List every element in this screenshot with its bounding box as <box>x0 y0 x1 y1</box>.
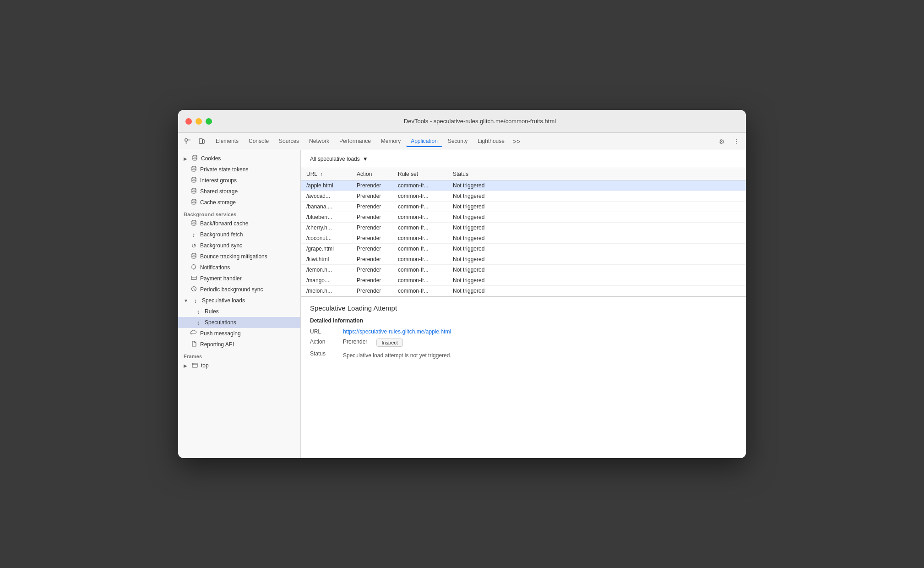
sidebar-item-backforward-cache[interactable]: Back/forward cache <box>178 218 300 229</box>
sidebar-item-push-messaging[interactable]: Push messaging <box>178 328 300 339</box>
table-row[interactable]: /coconut... Prerender common-fr... Not t… <box>301 233 746 244</box>
sidebar-section-background-services: Background services <box>178 208 300 218</box>
cell-url: /mango.... <box>301 275 351 286</box>
db-icon-7 <box>190 253 197 260</box>
sidebar-item-speculative-loads[interactable]: ▼ ↕ Speculative loads <box>178 295 300 306</box>
sidebar-item-payment-handler[interactable]: Payment handler <box>178 273 300 284</box>
sidebar-item-reporting-api[interactable]: Reporting API <box>178 339 300 350</box>
sidebar-label-push-messaging: Push messaging <box>200 330 241 337</box>
sidebar-item-frames-top[interactable]: ▶ top <box>178 360 300 371</box>
tab-security[interactable]: Security <box>443 136 472 147</box>
more-options-button[interactable]: ⋮ <box>730 136 742 147</box>
table-header-row: URL ↑ Action Rule set Status <box>301 168 746 180</box>
frame-icon <box>191 362 198 369</box>
db-icon-6 <box>190 220 197 227</box>
toolbar-icons <box>182 136 207 147</box>
cell-action: Prerender <box>351 233 392 244</box>
db-icon <box>191 155 198 162</box>
detail-panel-title: Speculative Loading Attempt <box>310 304 737 312</box>
sidebar-label-private-state-tokens: Private state tokens <box>200 166 248 173</box>
sidebar-item-cookies[interactable]: ▶ Cookies <box>178 153 300 164</box>
table-row[interactable]: /blueberr... Prerender common-fr... Not … <box>301 212 746 223</box>
table-row[interactable]: /banana.... Prerender common-fr... Not t… <box>301 202 746 212</box>
cell-status: Not triggered <box>447 202 746 212</box>
svg-point-8 <box>192 177 196 179</box>
detail-url-label: URL <box>310 328 337 335</box>
svg-point-10 <box>192 199 196 201</box>
maximize-button[interactable] <box>206 118 212 125</box>
tab-console[interactable]: Console <box>244 136 273 147</box>
table-row[interactable]: /grape.html Prerender common-fr... Not t… <box>301 244 746 254</box>
sidebar-item-periodic-background-sync[interactable]: Periodic background sync <box>178 284 300 295</box>
detail-url-row: URL https://speculative-rules.glitch.me/… <box>310 328 737 335</box>
detail-status-row: Status Speculative load attempt is not y… <box>310 350 737 359</box>
col-header-ruleset[interactable]: Rule set <box>392 168 447 180</box>
cell-action: Prerender <box>351 254 392 265</box>
sidebar-label-speculations: Speculations <box>205 319 236 326</box>
cell-url: /cherry.h... <box>301 223 351 233</box>
sidebar-item-background-fetch[interactable]: ↕ Background fetch <box>178 229 300 240</box>
table-row[interactable]: /cherry.h... Prerender common-fr... Not … <box>301 223 746 233</box>
cell-ruleset: common-fr... <box>392 244 447 254</box>
svg-rect-3 <box>199 139 202 143</box>
col-header-status[interactable]: Status <box>447 168 746 180</box>
cell-action: Prerender <box>351 275 392 286</box>
speculative-loads-filter-dropdown[interactable]: All speculative loads ▼ <box>306 154 372 164</box>
detail-url-link[interactable]: https://speculative-rules.glitch.me/appl… <box>343 328 451 335</box>
table-row[interactable]: /apple.html Prerender common-fr... Not t… <box>301 180 746 191</box>
tab-network[interactable]: Network <box>304 136 334 147</box>
cell-action: Prerender <box>351 180 392 191</box>
tab-lighthouse[interactable]: Lighthouse <box>473 136 509 147</box>
sidebar-item-private-state-tokens[interactable]: Private state tokens <box>178 164 300 175</box>
col-header-url[interactable]: URL ↑ <box>301 168 351 180</box>
table-row[interactable]: /lemon.h... Prerender common-fr... Not t… <box>301 265 746 275</box>
sidebar-item-background-sync[interactable]: ↺ Background sync <box>178 240 300 251</box>
sidebar-section-frames: Frames <box>178 350 300 360</box>
sidebar-label-rules: Rules <box>205 308 219 315</box>
col-header-action[interactable]: Action <box>351 168 392 180</box>
settings-button[interactable]: ⚙ <box>716 136 728 147</box>
svg-point-11 <box>192 220 196 222</box>
cell-action: Prerender <box>351 265 392 275</box>
close-button[interactable] <box>185 118 192 125</box>
table-row[interactable]: /melon.h... Prerender common-fr... Not t… <box>301 286 746 296</box>
sidebar-item-bounce-tracking[interactable]: Bounce tracking mitigations <box>178 251 300 262</box>
tab-sources[interactable]: Sources <box>274 136 304 147</box>
inspect-button[interactable]: Inspect <box>376 339 402 347</box>
chevron-right-icon: ▶ <box>184 156 187 161</box>
sidebar-item-speculations[interactable]: ↕ Speculations <box>178 317 300 328</box>
device-toolbar-button[interactable] <box>196 136 207 147</box>
table-row[interactable]: /avocad... Prerender common-fr... Not tr… <box>301 191 746 202</box>
tab-memory[interactable]: Memory <box>376 136 405 147</box>
cell-ruleset: common-fr... <box>392 180 447 191</box>
sidebar-label-notifications: Notifications <box>200 264 230 271</box>
sidebar-item-rules[interactable]: ↕ Rules <box>178 306 300 317</box>
window-controls <box>185 118 212 125</box>
tab-application[interactable]: Application <box>406 136 442 147</box>
cell-status: Not triggered <box>447 265 746 275</box>
table-row[interactable]: /mango.... Prerender common-fr... Not tr… <box>301 275 746 286</box>
sidebar-item-shared-storage[interactable]: Shared storage <box>178 186 300 197</box>
inspect-element-button[interactable] <box>182 136 194 147</box>
cell-status: Not triggered <box>447 244 746 254</box>
table-row[interactable]: /kiwi.html Prerender common-fr... Not tr… <box>301 254 746 265</box>
tab-elements[interactable]: Elements <box>211 136 243 147</box>
sidebar-item-interest-groups[interactable]: Interest groups <box>178 175 300 186</box>
arrows-ud-icon-2: ↕ <box>192 297 199 304</box>
minimize-button[interactable] <box>196 118 202 125</box>
cell-status: Not triggered <box>447 254 746 265</box>
db-icon-5 <box>190 199 197 206</box>
sidebar-label-payment-handler: Payment handler <box>200 275 242 282</box>
cell-url: /blueberr... <box>301 212 351 223</box>
chevron-down-icon-2: ▼ <box>363 156 368 162</box>
tab-performance[interactable]: Performance <box>335 136 375 147</box>
more-tabs-button[interactable]: >> <box>510 136 523 147</box>
sidebar-item-cache-storage[interactable]: Cache storage <box>178 197 300 208</box>
tabs-bar: Elements Console Sources Network Perform… <box>178 133 746 150</box>
sidebar-label-bounce-tracking: Bounce tracking mitigations <box>200 253 267 260</box>
detail-action-value: Prerender <box>343 339 367 345</box>
sidebar-item-notifications[interactable]: Notifications <box>178 262 300 273</box>
cell-ruleset: common-fr... <box>392 254 447 265</box>
cell-action: Prerender <box>351 286 392 296</box>
cell-action: Prerender <box>351 212 392 223</box>
